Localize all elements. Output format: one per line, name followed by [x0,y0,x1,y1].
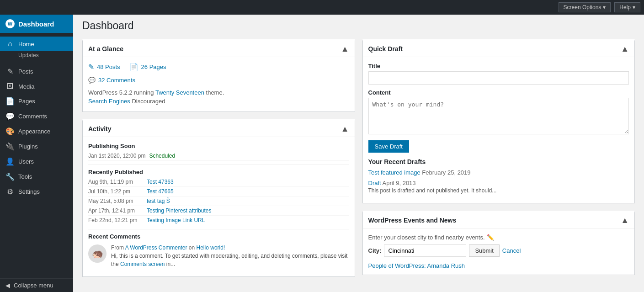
appearance-icon: 🎨 [5,127,15,136]
posts-stat-icon: ✎ [88,63,94,71]
collapse-label: Collapse menu [14,282,53,289]
sidebar-home-section: ⌂ Home Updates [0,33,73,64]
scheduled-badge[interactable]: Scheduled [149,153,175,159]
comment-text: Hi, this is a comment. To get started wi… [111,252,349,268]
content-field: Content [368,89,629,136]
title-input[interactable] [368,71,629,85]
at-a-glance-header[interactable]: At a Glance ▲ [83,41,355,57]
draft-date: February 25, 2019 [422,169,470,176]
sidebar-item-plugins[interactable]: 🔌 Plugins [0,139,73,154]
collapse-menu-item[interactable]: ◀ Collapse menu [0,279,73,292]
sidebar-item-settings[interactable]: ⚙ Settings [0,184,73,199]
screen-options-label: Screen Options [564,4,601,11]
content-label: Content [368,89,629,96]
theme-link[interactable]: Twenty Seventeen [155,89,204,96]
sidebar: W Dashboard ⌂ Home Updates ✎ Posts 🖼 Med… [0,15,73,292]
at-a-glance-body: ✎ 48 Posts 📄 26 Pages 💬 32 Comments [83,57,355,111]
quick-draft-toggle[interactable]: ▲ [621,45,629,53]
sidebar-item-pages[interactable]: 📄 Pages [0,94,73,109]
sidebar-item-updates[interactable]: Updates [0,51,73,62]
drafts-list: Test featured image February 25, 2019Dra… [368,169,629,194]
wp-events-header[interactable]: WordPress Events and News ▲ [363,212,635,228]
wp-events-toggle[interactable]: ▲ [621,216,629,224]
draft-link[interactable]: Draft [368,180,381,186]
posts-stat-link[interactable]: 48 Posts [97,64,120,70]
search-engines-link[interactable]: Search Engines [88,98,130,105]
media-label: Media [18,83,34,90]
pub-date: Jul 10th, 1:22 pm [88,188,143,195]
comment-post-link[interactable]: Hello world! [197,244,225,251]
draft-link[interactable]: Test featured image [368,169,420,176]
main-content: Dashboard At a Glance ▲ ✎ 48 Posts [73,15,644,292]
scheduled-date: Jan 1st 2020, 12:00 pm [88,153,145,159]
pub-link[interactable]: Test 47363 [147,179,174,185]
screen-options-button[interactable]: Screen Options ▾ [559,2,611,12]
appearance-label: Appearance [18,128,50,135]
comments-stat[interactable]: 💬 32 Comments [88,77,349,84]
comments-label: Comments [18,113,47,120]
collapse-icon: ◀ [5,282,10,289]
activity-title: Activity [88,125,112,133]
plugins-icon: 🔌 [5,142,15,151]
pub-link[interactable]: Testing Image Link URL [147,217,205,223]
activity-divider-2 [88,229,349,229]
sidebar-item-tools[interactable]: 🔧 Tools [0,169,73,184]
settings-label: Settings [18,188,40,195]
pub-link[interactable]: Test 47665 [147,188,174,195]
comments-stat-link[interactable]: 32 Comments [98,77,135,84]
comment-item: 🦔 From A WordPress Commenter on Hello wo… [88,242,349,271]
activity-toggle[interactable]: ▲ [341,125,349,133]
pages-stat[interactable]: 📄 26 Pages [129,63,166,71]
media-icon: 🖼 [5,82,15,90]
pub-link[interactable]: Testing Pinterest attributes [147,207,211,214]
comment-content: From A WordPress Commenter on Hello worl… [111,244,349,268]
screen-options-arrow: ▾ [603,4,606,11]
home-icon: ⌂ [5,40,15,48]
content-textarea[interactable] [368,98,629,134]
city-cancel-link[interactable]: Cancel [502,247,521,254]
tools-icon: 🔧 [5,172,15,181]
save-draft-button[interactable]: Save Draft [368,140,409,153]
posts-stat[interactable]: ✎ 48 Posts [88,63,120,71]
quick-draft-widget: Quick Draft ▲ Title Content Save Draft [362,39,635,203]
comments-screen-link[interactable]: Comments screen [120,261,166,267]
comment-from: From A WordPress Commenter on Hello worl… [111,244,349,251]
posts-label: Posts [18,68,33,75]
help-button[interactable]: Help ▾ [614,2,640,12]
edit-city-icon[interactable]: ✏️ [487,234,494,241]
activity-divider-1 [88,165,349,165]
plugins-label: Plugins [18,143,38,150]
sidebar-item-media[interactable]: 🖼 Media [0,79,73,94]
quick-draft-header[interactable]: Quick Draft ▲ [363,41,635,57]
events-intro: Enter your closest city to find nearby e… [368,234,629,241]
recently-published-title: Recently Published [88,169,349,175]
draft-excerpt: This post is drafted and not published y… [368,187,629,194]
city-submit-button[interactable]: Submit [469,244,499,257]
activity-header[interactable]: Activity ▲ [83,121,355,137]
pages-icon: 📄 [5,97,15,106]
sidebar-item-users[interactable]: 👤 Users [0,154,73,169]
sidebar-item-home[interactable]: ⌂ Home [0,37,73,51]
recent-comments-title: Recent Comments [88,233,349,240]
help-arrow: ▾ [633,4,635,11]
dashboard-columns: At a Glance ▲ ✎ 48 Posts 📄 26 Pages [82,39,635,284]
sidebar-header[interactable]: W Dashboard [0,15,73,33]
wp-events-title: WordPress Events and News [368,217,457,224]
title-field: Title [368,63,629,85]
help-label: Help [619,4,631,11]
city-input[interactable] [384,244,466,257]
top-bar: Screen Options ▾ Help ▾ [0,0,644,15]
people-wordpress-link[interactable]: People of WordPress: Amanda Rush [368,262,465,269]
comment-author-link[interactable]: A WordPress Commenter [125,244,189,251]
at-a-glance-widget: At a Glance ▲ ✎ 48 Posts 📄 26 Pages [82,39,355,112]
sidebar-item-posts[interactable]: ✎ Posts [0,64,73,79]
city-label: City: [368,247,382,254]
at-a-glance-toggle[interactable]: ▲ [341,45,349,53]
activity-body: Publishing Soon Jan 1st 2020, 12:00 pm S… [83,137,355,276]
pub-link[interactable]: test tag Š [147,198,170,204]
activity-row: Apr 17th, 12:41 pmTesting Pinterest attr… [88,206,349,216]
sidebar-item-appearance[interactable]: 🎨 Appearance [0,124,73,139]
sidebar-item-comments[interactable]: 💬 Comments [0,109,73,124]
activity-row: Aug 9th, 11:19 pmTest 47363 [88,177,349,187]
pages-stat-link[interactable]: 26 Pages [141,64,166,70]
